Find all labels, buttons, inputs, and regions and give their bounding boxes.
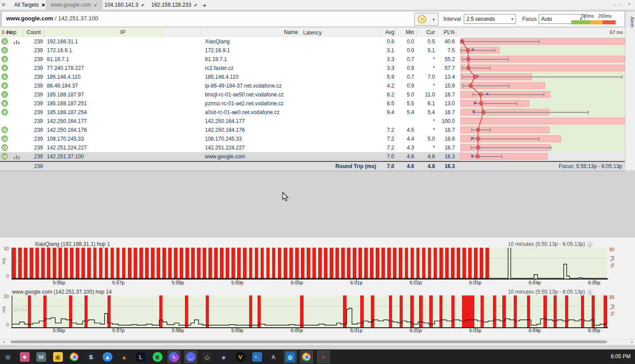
latency-legend-bar <box>571 20 616 24</box>
pl-cell: 57.7 <box>437 65 455 71</box>
pause-button[interactable] <box>414 13 430 26</box>
table-row-hop-2[interactable]: 2239172.16.9.1172.16.9.13.10.05.17.5✕ <box>0 46 625 55</box>
current-latency-x-marker: ✕ <box>472 109 475 114</box>
count-cell: 239 <box>23 56 43 62</box>
tab-all-targets[interactable]: All Targets ✖ <box>10 0 50 10</box>
average-latency-circle <box>476 154 480 158</box>
avg-cell: 7.2 <box>378 145 394 151</box>
system-app-icon[interactable]: M <box>35 351 47 363</box>
pause-dropdown-button[interactable]: ▾ <box>429 13 439 26</box>
packet-loss-bar <box>460 118 625 124</box>
table-row-hop-10[interactable]: 239142.250.164.177142.250.164.177*100.0 <box>0 117 625 126</box>
scroll-right-icon[interactable]: ▸ <box>631 340 633 344</box>
scrollbar-thumb[interactable] <box>11 341 607 343</box>
tab-scroll-right-icon[interactable]: › <box>619 2 620 7</box>
table-row-hop-3[interactable]: 323981.19.7.181.19.7.13.30.7*55.2 <box>0 55 625 64</box>
tab-www-google-com[interactable]: www.google.com ✔ <box>46 0 102 10</box>
hop-table-body: 1239192.168.31.1XiaoQiang0.80.00.540.6✕2… <box>0 37 625 161</box>
collapse-chevron-icon[interactable]: ⌄ <box>587 289 593 295</box>
toolbar: www.google.com / 142.251.37.100 ▾ Interv… <box>1 11 625 27</box>
avg-cell: 8.5 <box>378 100 394 107</box>
latency-mini-graph <box>460 143 625 152</box>
avg-cell: 7.2 <box>378 127 394 133</box>
name-cell: pzmsc-rc-01-ae2.net.vodafone.cz <box>205 100 284 107</box>
collapse-chevron-icon[interactable]: ⌄ <box>587 241 593 248</box>
round-trip-cur: 4.8 <box>418 163 435 169</box>
taskbar-clock[interactable]: 6:05 PM <box>611 353 631 360</box>
horizontal-scrollbar[interactable]: ◂ ▸ <box>0 339 635 345</box>
table-row-hop-12[interactable]: 12239108.170.245.33108.170.245.337.24.45… <box>0 134 625 143</box>
min-cell: 0.7 <box>397 74 414 80</box>
timeline-title-hop-14: www.google.com (142.251.37.100) hop 14 <box>12 289 112 295</box>
arma-icon[interactable]: A <box>268 351 279 363</box>
latency-mini-graph: ✕ <box>460 73 625 81</box>
table-row-hop-8[interactable]: 8239185.188.187.251pzmsc-rc-01-ae2.net.v… <box>0 99 625 108</box>
latency-range-whisker <box>471 130 490 130</box>
hop-number-badge: 11 <box>1 126 8 133</box>
table-row-hop-11[interactable]: 11239142.250.164.176142.250.164.1767.24.… <box>0 126 625 134</box>
round-trip-min: 4.6 <box>397 163 414 169</box>
tab-list-dropdown-icon[interactable]: ▾ <box>628 2 631 6</box>
name-cell: 108.170.245.33 <box>205 136 242 142</box>
whisker-max-cap <box>489 66 490 70</box>
powershell-icon[interactable]: >_ <box>251 351 263 363</box>
interval-select[interactable]: 2.5 seconds ▾ <box>464 14 516 24</box>
file-explorer-icon[interactable]: ▣ <box>52 351 64 363</box>
hop-number-badge: 3 <box>1 56 8 62</box>
x-axis-tick-label: 5:56p <box>53 328 65 333</box>
tab-162-159-128-233[interactable]: 162.159.128.233 ✔ <box>147 0 202 10</box>
tab-104-160-141-3[interactable]: 104.160.141.3 ✔ <box>100 0 149 10</box>
photos-icon[interactable]: ❖ <box>19 351 31 363</box>
discord-icon[interactable]: ◡ <box>185 351 196 363</box>
steam-icon[interactable]: S <box>85 351 97 363</box>
start-button[interactable]: ⊞ <box>2 351 14 363</box>
table-row-hop-13[interactable]: 13239142.251.224.227142.251.224.2277.24.… <box>0 143 625 152</box>
cur-cell: 11.0 <box>418 92 435 98</box>
close-icon[interactable]: ✖ <box>42 3 45 8</box>
obsidian-icon[interactable]: ◈ <box>218 351 230 363</box>
table-row-hop-4[interactable]: 423977.240.178.227rc2.faster.cz3.30.8*57… <box>0 64 625 73</box>
ip-cell: 185.188.187.251 <box>47 100 87 107</box>
pl-cell: 15.9 <box>437 83 455 89</box>
chevron-down-icon: ▾ <box>511 17 513 21</box>
table-row-hop-14[interactable]: 14239142.251.37.100www.google.com7.04.64… <box>0 152 625 161</box>
tab-scroll-left-icon[interactable]: ‹ <box>613 2 615 7</box>
spotify-icon[interactable]: ≋ <box>152 351 163 363</box>
tab-bar: ≡ All Targets ✖ www.google.com ✔ 104.160… <box>0 0 635 10</box>
pingplotter-icon[interactable]: ◍ <box>285 351 296 363</box>
round-trip-label: Round Trip (ms) <box>274 163 376 169</box>
x-axis-tick-label: 5:58p <box>172 280 184 285</box>
gog-galaxy-icon[interactable]: ◇ <box>201 351 213 363</box>
table-row-hop-5[interactable]: 5239185.146.4.110185.146.4.1105.90.77.01… <box>0 73 625 81</box>
avg-cell: 7.0 <box>378 153 394 160</box>
hop-number-badge: 14 <box>1 153 8 160</box>
average-latency-circle <box>473 75 477 79</box>
chrome-icon[interactable] <box>69 351 80 363</box>
min-cell: 4.5 <box>397 127 414 133</box>
table-row-hop-7[interactable]: 7239185.188.187.97bmcjl-rc-01-ae50.net.v… <box>0 90 625 99</box>
scroll-left-icon[interactable]: ◂ <box>3 340 5 344</box>
vortex-icon[interactable]: V <box>235 351 246 363</box>
timeline-plot-area[interactable]: 20 ms <box>12 248 607 279</box>
timeline-plot-area[interactable]: 20 ms <box>12 295 607 327</box>
table-row-hop-9[interactable]: 9239185.188.187.254a0sit-rc-01-ae0.net.v… <box>0 108 625 117</box>
table-row-hop-1[interactable]: 1239192.168.31.1XiaoQiang0.80.00.540.6✕ <box>0 37 625 46</box>
hamburger-menu-icon[interactable]: ≡ <box>2 1 5 8</box>
y-axis-line <box>12 248 12 280</box>
min-cell: 0.0 <box>397 47 414 54</box>
league-of-legends-icon[interactable]: L <box>135 351 146 363</box>
count-cell: 239 <box>23 65 43 71</box>
vlc-icon[interactable]: ▲ <box>119 351 130 363</box>
new-tab-button[interactable]: + <box>198 0 211 10</box>
table-row-hop-6[interactable]: 623986.49.184.37ip-86-49-184-37.net.voda… <box>0 81 625 90</box>
count-cell: 239 <box>23 118 43 124</box>
min-cell: 0.8 <box>397 65 414 71</box>
photos-icon-glyph: ❖ <box>20 352 30 362</box>
vlc-icon-glyph: ▲ <box>119 352 129 362</box>
x-axis-tick-label: 5:59p <box>231 280 244 285</box>
messenger-icon[interactable]: ϟ <box>168 351 180 363</box>
red-app-icon[interactable]: ✶ <box>318 351 329 363</box>
right-gutter <box>625 27 635 170</box>
playnite-icon[interactable]: ▲ <box>102 351 113 363</box>
chrome-icon-2[interactable] <box>301 351 312 363</box>
